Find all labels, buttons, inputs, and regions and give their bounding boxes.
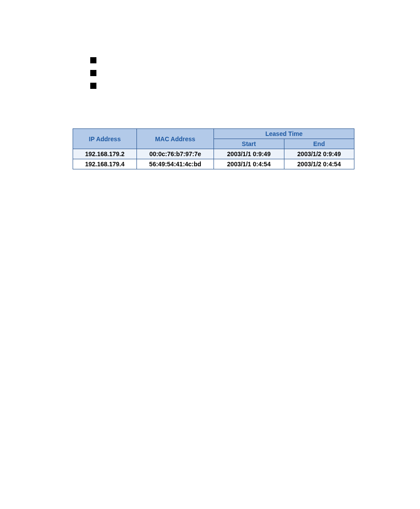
th-ip: IP Address <box>73 129 137 149</box>
table-row: 192.168.179.4 56:49:54:41:4c:bd 2003/1/1… <box>73 159 354 169</box>
bullet-item <box>90 83 354 89</box>
cell-end: 2003/1/2 0:9:49 <box>284 149 354 159</box>
bullet-square-icon <box>90 57 96 63</box>
cell-ip: 192.168.179.2 <box>73 149 137 159</box>
lease-table: IP Address MAC Address Leased Time Start… <box>73 128 354 169</box>
cell-mac: 00:0c:76:b7:97:7e <box>137 149 214 159</box>
cell-start: 2003/1/1 0:9:49 <box>214 149 284 159</box>
bullet-square-icon <box>90 83 96 89</box>
cell-end: 2003/1/2 0:4:54 <box>284 159 354 169</box>
cell-ip: 192.168.179.4 <box>73 159 137 169</box>
table-row: 192.168.179.2 00:0c:76:b7:97:7e 2003/1/1… <box>73 149 354 159</box>
bullet-list <box>90 57 354 89</box>
bullet-item <box>90 70 354 76</box>
bullet-square-icon <box>90 70 96 76</box>
th-mac: MAC Address <box>137 129 214 149</box>
bullet-item <box>90 57 354 63</box>
th-end: End <box>284 139 354 149</box>
th-leased: Leased Time <box>214 129 354 139</box>
cell-start: 2003/1/1 0:4:54 <box>214 159 284 169</box>
lease-table-wrap: IP Address MAC Address Leased Time Start… <box>73 128 354 169</box>
th-start: Start <box>214 139 284 149</box>
cell-mac: 56:49:54:41:4c:bd <box>137 159 214 169</box>
